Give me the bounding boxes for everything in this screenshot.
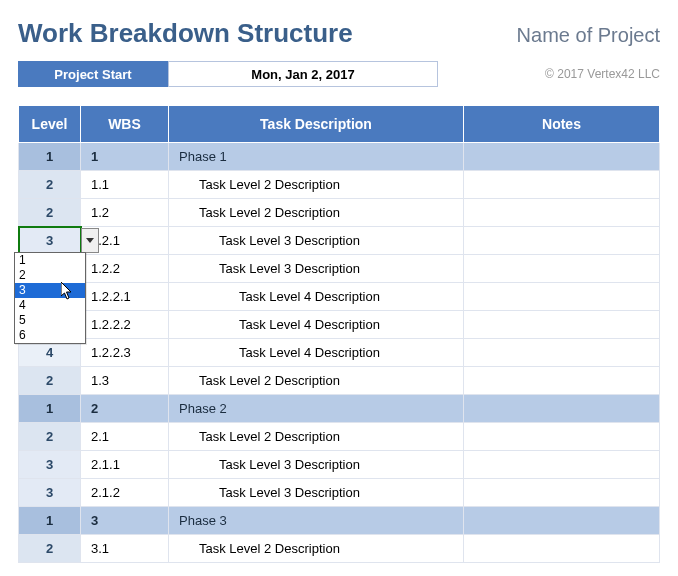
level-cell[interactable]: 1: [19, 507, 81, 535]
page-title: Work Breakdown Structure: [18, 18, 353, 49]
level-cell[interactable]: 1: [19, 143, 81, 171]
notes-cell[interactable]: [464, 535, 660, 563]
table-row: 23.1Task Level 2 Description: [19, 535, 660, 563]
project-name: Name of Project: [517, 24, 660, 47]
dropdown-option[interactable]: 1: [15, 253, 85, 268]
task-cell[interactable]: Task Level 2 Description: [169, 535, 464, 563]
wbs-cell[interactable]: 1.2.2.1: [81, 283, 169, 311]
notes-cell[interactable]: [464, 479, 660, 507]
notes-cell[interactable]: [464, 395, 660, 423]
task-cell[interactable]: Task Level 2 Description: [169, 199, 464, 227]
table-row: 31.2.2Task Level 3 Description: [19, 255, 660, 283]
notes-cell[interactable]: [464, 283, 660, 311]
task-cell[interactable]: Task Level 2 Description: [169, 367, 464, 395]
dropdown-option[interactable]: 2: [15, 268, 85, 283]
table-row: 21.3Task Level 2 Description: [19, 367, 660, 395]
task-cell[interactable]: Task Level 3 Description: [169, 479, 464, 507]
wbs-cell[interactable]: 1.1: [81, 171, 169, 199]
wbs-cell[interactable]: 3: [81, 507, 169, 535]
task-cell[interactable]: Phase 2: [169, 395, 464, 423]
table-row: 41.2.2.2Task Level 4 Description: [19, 311, 660, 339]
wbs-cell[interactable]: 1.2.2: [81, 255, 169, 283]
table-row: 32.1.2Task Level 3 Description: [19, 479, 660, 507]
table-row: 21.2Task Level 2 Description: [19, 199, 660, 227]
level-cell[interactable]: 1: [19, 395, 81, 423]
task-cell[interactable]: Task Level 3 Description: [169, 451, 464, 479]
notes-cell[interactable]: [464, 339, 660, 367]
dropdown-option[interactable]: 3: [15, 283, 85, 298]
wbs-cell[interactable]: 1.2.2.2: [81, 311, 169, 339]
wbs-cell[interactable]: 2.1: [81, 423, 169, 451]
level-cell[interactable]: 3: [19, 451, 81, 479]
notes-cell[interactable]: [464, 311, 660, 339]
level-cell[interactable]: 3: [19, 479, 81, 507]
task-cell[interactable]: Task Level 4 Description: [169, 339, 464, 367]
wbs-cell[interactable]: 2.1.2: [81, 479, 169, 507]
level-cell[interactable]: 3: [19, 227, 81, 255]
wbs-cell[interactable]: 2.1.1: [81, 451, 169, 479]
notes-cell[interactable]: [464, 451, 660, 479]
col-notes[interactable]: Notes: [464, 106, 660, 143]
dropdown-option[interactable]: 5: [15, 313, 85, 328]
wbs-cell[interactable]: 1.2: [81, 199, 169, 227]
notes-cell[interactable]: [464, 143, 660, 171]
notes-cell[interactable]: [464, 367, 660, 395]
task-cell[interactable]: Task Level 3 Description: [169, 255, 464, 283]
notes-cell[interactable]: [464, 227, 660, 255]
wbs-table: Level WBS Task Description Notes 11Phase…: [18, 105, 660, 563]
level-cell[interactable]: 2: [19, 171, 81, 199]
table-row: 13Phase 3: [19, 507, 660, 535]
task-cell[interactable]: Task Level 3 Description: [169, 227, 464, 255]
col-task[interactable]: Task Description: [169, 106, 464, 143]
header: Work Breakdown Structure Name of Project: [0, 0, 678, 61]
col-wbs[interactable]: WBS: [81, 106, 169, 143]
level-cell[interactable]: 2: [19, 199, 81, 227]
table-row: 21.1Task Level 2 Description: [19, 171, 660, 199]
header-row: Level WBS Task Description Notes: [19, 106, 660, 143]
table-row: 11Phase 1: [19, 143, 660, 171]
task-cell[interactable]: Phase 1: [169, 143, 464, 171]
level-cell[interactable]: 2: [19, 367, 81, 395]
wbs-tbody: 11Phase 121.1Task Level 2 Description21.…: [19, 143, 660, 563]
notes-cell[interactable]: [464, 423, 660, 451]
wbs-cell[interactable]: 2: [81, 395, 169, 423]
dropdown-option[interactable]: 6: [15, 328, 85, 343]
wbs-cell[interactable]: 1: [81, 143, 169, 171]
project-start-value[interactable]: Mon, Jan 2, 2017: [168, 61, 438, 87]
notes-cell[interactable]: [464, 199, 660, 227]
wbs-table-wrap: Level WBS Task Description Notes 11Phase…: [0, 93, 678, 563]
wbs-cell[interactable]: 3.1: [81, 535, 169, 563]
task-cell[interactable]: Phase 3: [169, 507, 464, 535]
level-cell[interactable]: 2: [19, 423, 81, 451]
level-dropdown-list[interactable]: 123456: [14, 252, 86, 344]
wbs-cell[interactable]: 1.3: [81, 367, 169, 395]
task-cell[interactable]: Task Level 4 Description: [169, 283, 464, 311]
notes-cell[interactable]: [464, 171, 660, 199]
dropdown-button[interactable]: [81, 228, 99, 253]
notes-cell[interactable]: [464, 255, 660, 283]
level-cell[interactable]: 2: [19, 535, 81, 563]
dropdown-option[interactable]: 4: [15, 298, 85, 313]
wbs-cell[interactable]: 1.2.2.3: [81, 339, 169, 367]
table-row: 41.2.2.1Task Level 4 Description: [19, 283, 660, 311]
copyright: © 2017 Vertex42 LLC: [545, 67, 660, 81]
task-cell[interactable]: Task Level 4 Description: [169, 311, 464, 339]
project-start-row: Project Start Mon, Jan 2, 2017 © 2017 Ve…: [0, 61, 678, 93]
table-row: 22.1Task Level 2 Description: [19, 423, 660, 451]
task-cell[interactable]: Task Level 2 Description: [169, 171, 464, 199]
notes-cell[interactable]: [464, 507, 660, 535]
table-row: 32.1.1Task Level 3 Description: [19, 451, 660, 479]
project-start: Project Start Mon, Jan 2, 2017: [18, 61, 438, 87]
col-level[interactable]: Level: [19, 106, 81, 143]
project-start-label: Project Start: [18, 61, 168, 87]
table-row: 12Phase 2: [19, 395, 660, 423]
table-row: 31.2.1Task Level 3 Description: [19, 227, 660, 255]
table-row: 41.2.2.3Task Level 4 Description: [19, 339, 660, 367]
task-cell[interactable]: Task Level 2 Description: [169, 423, 464, 451]
